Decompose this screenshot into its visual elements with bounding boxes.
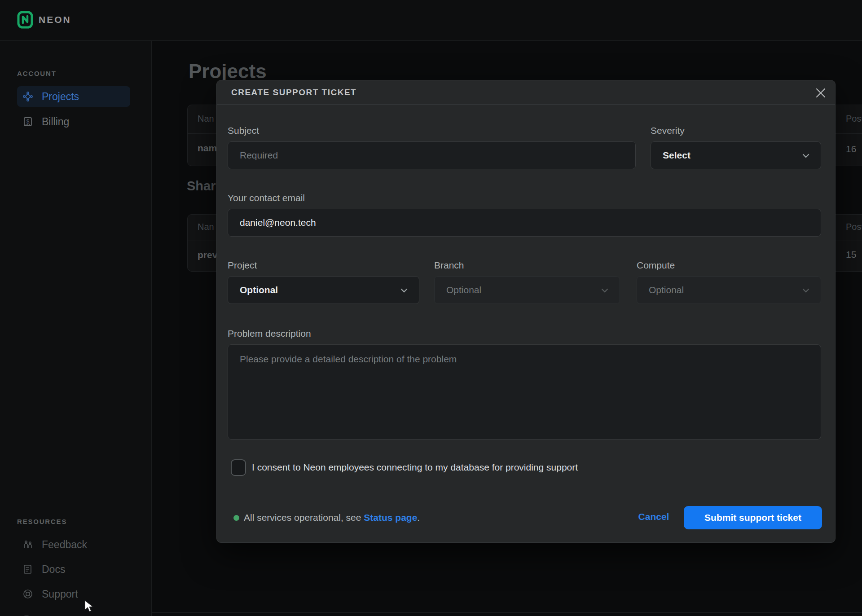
partial-sidebar-icon [22, 613, 33, 616]
submit-support-ticket-button[interactable]: Submit support ticket [684, 506, 822, 529]
shared-section-title: Shar [187, 179, 216, 194]
modal-header: CREATE SUPPORT TICKET [217, 80, 835, 105]
status-page-link[interactable]: Status page [364, 512, 417, 523]
status-suffix: . [417, 512, 420, 523]
problem-description-label: Problem description [228, 328, 311, 339]
svg-text:$: $ [26, 119, 30, 125]
brand-name: NEON [39, 14, 71, 25]
subject-label: Subject [228, 125, 259, 136]
sidebar-item-partial[interactable] [17, 608, 130, 616]
projects-table-col-version: Postgr [846, 114, 862, 124]
page-title: Projects [189, 60, 267, 83]
shared-table-row-name: prev [198, 250, 217, 260]
shared-table-row-version: 15 [846, 249, 856, 260]
project-select[interactable]: Optional [228, 276, 419, 304]
sidebar-item-label: Projects [42, 91, 79, 103]
bottom-panel-edge [152, 612, 862, 613]
projects-table-row-name: nam [198, 143, 217, 154]
project-label: Project [228, 260, 257, 271]
consent-label: I consent to Neon employees connecting t… [252, 462, 578, 473]
sidebar-item-projects[interactable]: Projects [17, 86, 130, 107]
create-support-ticket-modal: CREATE SUPPORT TICKET Subject Severity S… [216, 80, 836, 543]
severity-label: Severity [651, 125, 685, 136]
sidebar-item-label: Docs [42, 563, 65, 576]
projects-table-row-version: 16 [846, 144, 856, 154]
shared-table-col-version: Postgr [846, 222, 862, 232]
sidebar-item-billing[interactable]: $ Billing [17, 111, 130, 132]
consent-checkbox[interactable] [231, 459, 246, 476]
branch-value: Optional [446, 285, 481, 295]
branch-select: Optional [434, 276, 620, 304]
status-text: All services operational, see Status pag… [244, 512, 420, 523]
cancel-button[interactable]: Cancel [625, 511, 683, 522]
sidebar-item-label: Feedback [42, 539, 87, 551]
status-message: All services operational, see [244, 512, 364, 523]
billing-icon: $ [22, 116, 33, 127]
contact-email-label: Your contact email [228, 193, 305, 203]
problem-description-textarea[interactable] [228, 344, 821, 440]
compute-label: Compute [637, 260, 675, 271]
sidebar-item-label: Support [42, 588, 78, 600]
sidebar-item-docs[interactable]: Docs [17, 559, 130, 580]
docs-icon [22, 564, 33, 575]
sidebar-item-feedback[interactable]: Feedback [17, 534, 130, 555]
feedback-icon [22, 539, 33, 550]
projects-icon [22, 91, 33, 102]
status-ok-dot-icon [233, 515, 239, 521]
sidebar-item-label: Billing [42, 116, 69, 128]
support-icon [22, 589, 33, 599]
project-value: Optional [240, 285, 278, 295]
severity-value: Select [663, 150, 690, 161]
neon-logo-icon [17, 11, 33, 29]
compute-select: Optional [637, 276, 821, 304]
sidebar-item-support[interactable]: Support [17, 584, 130, 604]
subject-input[interactable] [228, 141, 636, 169]
sidebar: ACCOUNT Projects $ Billing RESOURCES [0, 41, 152, 616]
sidebar-section-resources: RESOURCES [17, 518, 67, 525]
chevron-down-icon [600, 286, 610, 295]
compute-value: Optional [649, 285, 684, 295]
top-bar: NEON [0, 0, 862, 41]
projects-table-col-name: Nan [198, 114, 214, 124]
shared-table-col-name: Nan [198, 222, 214, 232]
contact-email-input[interactable] [228, 209, 821, 237]
branch-label: Branch [434, 260, 464, 271]
close-icon[interactable] [815, 86, 828, 100]
chevron-down-icon [399, 286, 409, 295]
severity-select[interactable]: Select [651, 141, 821, 169]
chevron-down-icon [801, 151, 811, 160]
sidebar-section-account: ACCOUNT [17, 70, 57, 77]
modal-title: CREATE SUPPORT TICKET [231, 88, 356, 97]
chevron-down-icon [801, 286, 811, 295]
